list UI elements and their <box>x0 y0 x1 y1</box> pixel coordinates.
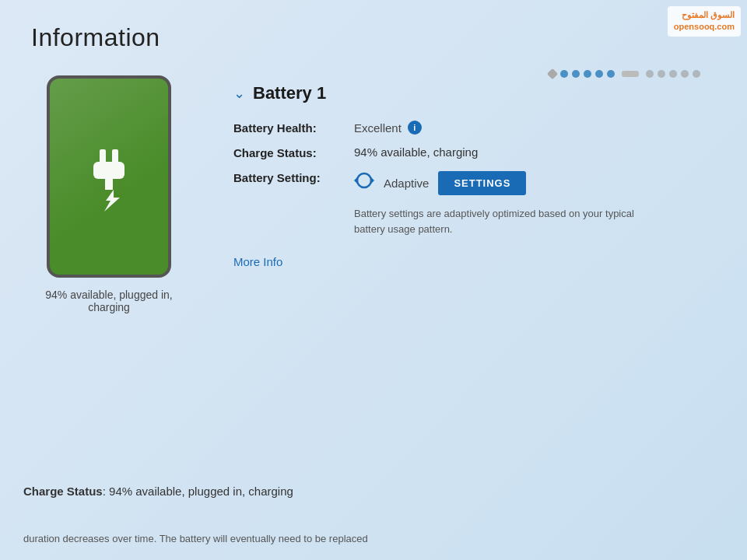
adaptive-label: Adaptive <box>384 177 429 190</box>
nav-dot-1[interactable] <box>560 70 568 78</box>
nav-dot-7[interactable] <box>658 70 665 78</box>
battery-status-text: 94% available, plugged in, charging <box>31 289 187 313</box>
charge-status-row: Charge Status 94% available, charging <box>233 145 716 159</box>
content-row: 94% available, plugged in, charging ⌄ Ba… <box>31 75 716 313</box>
nav-dot-separator <box>622 71 639 77</box>
svg-rect-2 <box>93 162 124 179</box>
page-title: Information <box>31 23 716 52</box>
charge-status-bottom-label: Charge Status <box>23 485 103 498</box>
battery-icon <box>47 75 171 278</box>
charge-status-bottom-value: 94% available, plugged in, charging <box>109 485 293 498</box>
battery-health-value: Excellent i <box>354 121 422 135</box>
nav-dot-10[interactable] <box>693 70 700 78</box>
more-info-link[interactable]: More Info <box>233 255 282 268</box>
charge-status-bottom: Charge Status: 94% available, plugged in… <box>23 485 724 498</box>
bottom-note-text: duration decreases over time. The batter… <box>23 533 368 544</box>
main-container: Information <box>0 0 747 560</box>
adaptive-icon <box>354 170 374 195</box>
charge-status-label: Charge Status <box>233 145 354 159</box>
svg-rect-3 <box>105 179 113 190</box>
nav-dot-2[interactable] <box>572 70 580 78</box>
charge-status-value: 94% available, charging <box>354 145 478 159</box>
battery-health-label: Battery Health <box>233 121 354 135</box>
nav-dot-5[interactable] <box>607 70 615 78</box>
chevron-down-icon[interactable]: ⌄ <box>233 85 245 102</box>
settings-button[interactable]: SETTINGS <box>438 171 526 195</box>
nav-dot-diamond[interactable] <box>547 68 558 79</box>
watermark: السوق المفتوح opensooq.com <box>668 6 741 37</box>
svg-rect-1 <box>112 149 118 163</box>
nav-dot-6[interactable] <box>646 70 654 78</box>
nav-dot-9[interactable] <box>681 70 689 78</box>
battery-info-panel: ⌄ Battery 1 Battery Health Excellent i C… <box>233 75 716 269</box>
nav-dot-4[interactable] <box>595 70 603 78</box>
battery-setting-label: Battery Setting <box>233 170 354 184</box>
svg-marker-6 <box>354 177 357 184</box>
battery-illustration: 94% available, plugged in, charging <box>31 75 187 313</box>
battery-health-row: Battery Health Excellent i <box>233 121 716 135</box>
battery-setting-row: Battery Setting Adaptive SETTINGS <box>233 170 716 195</box>
nav-dots <box>549 70 700 78</box>
adaptive-description: Battery settings are adaptively optimize… <box>354 206 642 236</box>
info-icon[interactable]: i <box>408 121 422 135</box>
battery-setting-controls: Adaptive SETTINGS <box>354 170 526 195</box>
bottom-status-bar: Charge Status: 94% available, plugged in… <box>23 485 724 498</box>
battery-section-header: ⌄ Battery 1 <box>233 83 716 103</box>
svg-rect-0 <box>100 149 106 163</box>
battery-section-title: Battery 1 <box>253 83 326 103</box>
nav-dot-3[interactable] <box>584 70 591 78</box>
svg-marker-4 <box>104 190 120 212</box>
charging-plug-icon <box>78 142 140 212</box>
nav-dot-8[interactable] <box>669 70 677 78</box>
